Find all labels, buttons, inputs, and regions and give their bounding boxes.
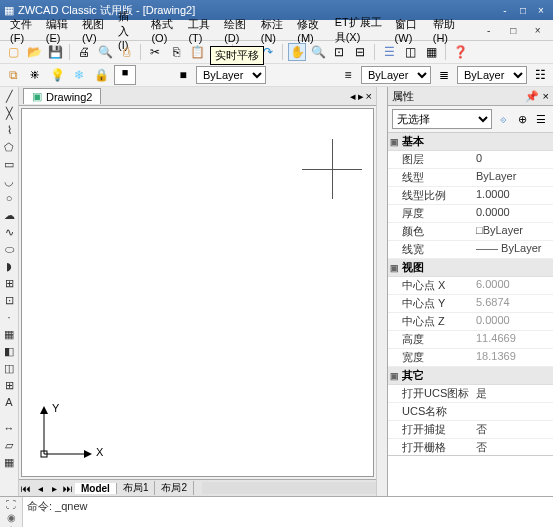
pline-icon[interactable]: ⌇	[2, 123, 16, 137]
open-icon[interactable]: 📂	[25, 43, 43, 61]
arc-icon[interactable]: ◡	[2, 174, 16, 188]
menu-window[interactable]: 窗口(W)	[389, 17, 427, 44]
lineweight-icon[interactable]: ≣	[435, 66, 453, 84]
point-icon[interactable]: ·	[2, 310, 16, 324]
vscrollbar[interactable]	[376, 87, 387, 496]
zoom-win-icon[interactable]: ⊡	[330, 43, 348, 61]
copy-icon[interactable]: ⎘	[167, 43, 185, 61]
menu-file[interactable]: 文件(F)	[4, 17, 40, 44]
menu-edit[interactable]: 编辑(E)	[40, 17, 76, 44]
prop-ucsname-v[interactable]	[474, 403, 553, 420]
prop-grid-v[interactable]: 否	[474, 439, 553, 455]
polygon-icon[interactable]: ⬠	[2, 140, 16, 154]
cat-basic[interactable]: 基本	[388, 133, 553, 151]
tab-close-icon[interactable]: ×	[366, 90, 372, 103]
menu-et[interactable]: ET扩展工具(X)	[329, 15, 389, 45]
layout-prev-icon[interactable]: ◂	[33, 483, 47, 494]
prop-cx-v[interactable]: 6.0000	[474, 277, 553, 294]
cat-view[interactable]: 视图	[388, 259, 553, 277]
layout-first-icon[interactable]: ⏮	[19, 483, 33, 494]
zoom-rt-icon[interactable]: 🔍	[309, 43, 327, 61]
prop-cy-v[interactable]: 5.6874	[474, 295, 553, 312]
panel-close-icon[interactable]: ×	[543, 90, 549, 102]
prop-snap-v[interactable]: 否	[474, 421, 553, 438]
menu-modify[interactable]: 修改(M)	[291, 17, 328, 44]
prop-h-v[interactable]: 11.4669	[474, 331, 553, 348]
tab-left-icon[interactable]: ◂	[350, 90, 356, 103]
layout-next-icon[interactable]: ▸	[47, 483, 61, 494]
menu-draw[interactable]: 绘图(D)	[218, 17, 255, 44]
tab-right-icon[interactable]: ▸	[358, 90, 364, 103]
minimize-button[interactable]: -	[497, 3, 513, 17]
pickadd-icon[interactable]: ⊕	[514, 111, 530, 127]
dist-icon[interactable]: ↔	[2, 421, 16, 435]
cut-icon[interactable]: ✂	[146, 43, 164, 61]
prop-w-v[interactable]: 18.1369	[474, 349, 553, 366]
menu-tools[interactable]: 工具(T)	[182, 17, 218, 44]
mtext-icon[interactable]: A	[2, 395, 16, 409]
layer-mgr-icon[interactable]: ⧉	[4, 66, 22, 84]
linetype-combo[interactable]: ByLayer	[361, 66, 431, 84]
calendar-icon[interactable]: ▦	[2, 455, 16, 469]
designcenter-icon[interactable]: ◫	[401, 43, 419, 61]
layer-color-swatch[interactable]: ■	[114, 65, 136, 85]
prop-lw-v[interactable]: —— ByLayer	[474, 241, 553, 258]
lineweight-combo[interactable]: ByLayer	[457, 66, 527, 84]
menu-view[interactable]: 视图(V)	[76, 17, 112, 44]
gradient-icon[interactable]: ◧	[2, 344, 16, 358]
maximize-button[interactable]: □	[515, 3, 531, 17]
cmd-tool1-icon[interactable]: ⛶	[6, 499, 16, 510]
spline-icon[interactable]: ∿	[2, 225, 16, 239]
paste-icon[interactable]: 📋	[188, 43, 206, 61]
color-combo[interactable]: ByLayer	[196, 66, 266, 84]
prop-thick-v[interactable]: 0.0000	[474, 205, 553, 222]
prop-cz-v[interactable]: 0.0000	[474, 313, 553, 330]
plot-style-icon[interactable]: ☷	[531, 66, 549, 84]
freeze-icon[interactable]: ❄	[70, 66, 88, 84]
ellipse-icon[interactable]: ⬭	[2, 242, 16, 256]
layout-1[interactable]: 布局1	[117, 481, 156, 495]
menu-format[interactable]: 格式(O)	[145, 17, 182, 44]
cat-misc[interactable]: 其它	[388, 367, 553, 385]
prop-ucs-v[interactable]: 是	[474, 385, 553, 402]
close-button[interactable]: ×	[533, 3, 549, 17]
help-icon[interactable]: ❓	[451, 43, 469, 61]
block-icon[interactable]: ⊡	[2, 293, 16, 307]
hatch-icon[interactable]: ▦	[2, 327, 16, 341]
line-icon[interactable]: ╱	[2, 89, 16, 103]
toolpal-icon[interactable]: ▦	[422, 43, 440, 61]
layer-states-icon[interactable]: ⛯	[26, 66, 44, 84]
cmd-tool2-icon[interactable]: ◉	[7, 512, 16, 523]
color-icon[interactable]: ■	[174, 66, 192, 84]
region-icon[interactable]: ◫	[2, 361, 16, 375]
drawing-canvas[interactable]: Y X	[21, 108, 374, 477]
circle-icon[interactable]: ○	[2, 191, 16, 205]
layout-2[interactable]: 布局2	[155, 481, 194, 495]
menu-help[interactable]: 帮助(H)	[427, 17, 464, 44]
prop-linetype-v[interactable]: ByLayer	[474, 169, 553, 186]
lock-icon[interactable]: 🔒	[92, 66, 110, 84]
doc-minimize-button[interactable]: -	[477, 23, 500, 37]
preview-icon[interactable]: 🔍	[96, 43, 114, 61]
area-icon[interactable]: ▱	[2, 438, 16, 452]
table-icon[interactable]: ⊞	[2, 378, 16, 392]
hscrollbar[interactable]	[202, 482, 376, 494]
save-icon[interactable]: 💾	[46, 43, 64, 61]
doc-close-button[interactable]: ×	[526, 23, 549, 37]
layout-last-icon[interactable]: ⏭	[61, 483, 75, 494]
zoom-prev-icon[interactable]: ⊟	[351, 43, 369, 61]
prop-layer-v[interactable]: 0	[474, 151, 553, 168]
publish-icon[interactable]: ⎙	[117, 43, 135, 61]
insert-icon[interactable]: ⊞	[2, 276, 16, 290]
layout-model[interactable]: Model	[75, 483, 117, 494]
bulb-icon[interactable]: 💡	[48, 66, 66, 84]
command-history[interactable]: 命令: _qnew	[23, 497, 553, 527]
menu-dim[interactable]: 标注(N)	[255, 17, 292, 44]
xline-icon[interactable]: ╳	[2, 106, 16, 120]
revcloud-icon[interactable]: ☁	[2, 208, 16, 222]
prop-ltscale-v[interactable]: 1.0000	[474, 187, 553, 204]
print-icon[interactable]: 🖨	[75, 43, 93, 61]
pan-icon[interactable]: ✋	[288, 43, 306, 61]
props-icon[interactable]: ☰	[380, 43, 398, 61]
quickselect-icon[interactable]: ⟐	[495, 111, 511, 127]
